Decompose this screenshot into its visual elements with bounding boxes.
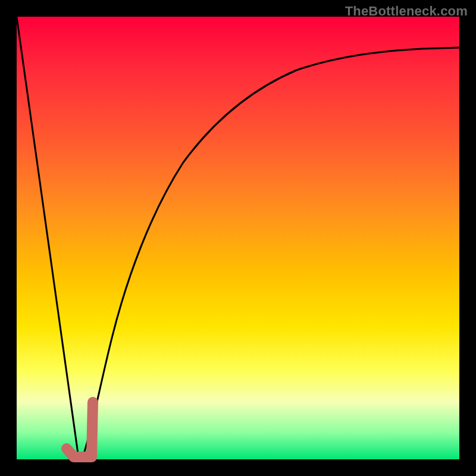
watermark-text: TheBottleneck.com <box>345 4 468 19</box>
accent-j-marker <box>67 402 93 457</box>
chart-overlay <box>17 17 459 459</box>
bottleneck-curve <box>17 17 459 458</box>
chart-frame: TheBottleneck.com <box>0 0 476 476</box>
